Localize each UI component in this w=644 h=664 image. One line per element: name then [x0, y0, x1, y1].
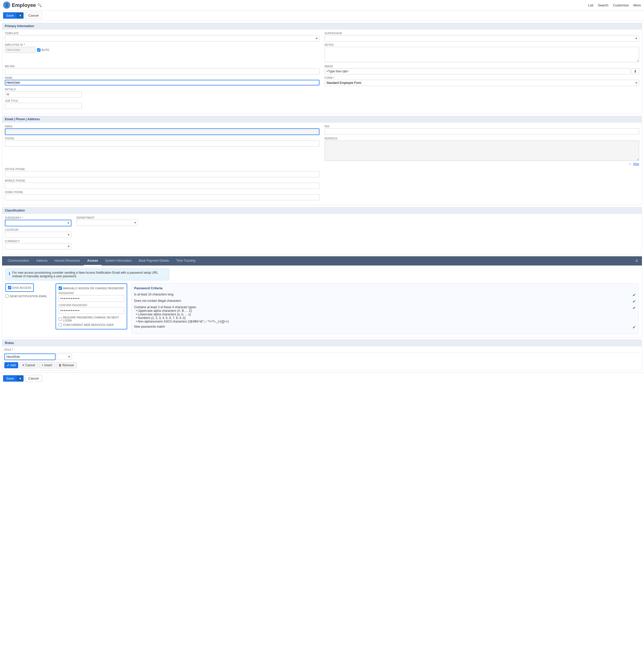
- role-col-header: ROLE: [4, 348, 640, 351]
- bottom-save-button-group[interactable]: Save ▼: [3, 375, 23, 381]
- bottom-cancel-button[interactable]: Cancel: [25, 375, 42, 382]
- remove-role-button[interactable]: 🗑 Remove: [56, 362, 77, 368]
- classification-section: Classification SUBSIDIARY DEPARTMENT LOC…: [2, 207, 642, 254]
- name-last-input[interactable]: [155, 81, 318, 84]
- template-label: TEMPLATE: [5, 32, 319, 35]
- home-phone-input[interactable]: [5, 194, 319, 200]
- template-col: TEMPLATE: [5, 32, 319, 41]
- concurrent-user-label: CONCURRENT WEB SERVICES USER: [59, 323, 124, 326]
- employee-id-input[interactable]: HevoUser: [5, 47, 36, 53]
- jobtitle-col: JOB TITLE: [5, 100, 319, 109]
- nav-list[interactable]: List: [588, 3, 593, 7]
- notes-col: NOTES: [325, 43, 639, 63]
- save-main-button[interactable]: Save: [3, 12, 17, 19]
- mobile-phone-spacer: [325, 179, 639, 189]
- tabs-menu-icon[interactable]: ≡: [633, 256, 640, 265]
- require-password-text: REQUIRE PASSWORD CHANGE ON NEXT LOGIN: [63, 316, 124, 322]
- notes-textarea[interactable]: [325, 47, 639, 62]
- initials-row: INITIALS: [5, 88, 639, 98]
- department-select[interactable]: [77, 220, 138, 226]
- subsidiary-label: SUBSIDIARY: [5, 216, 72, 219]
- tab-communication[interactable]: Communication: [4, 256, 33, 266]
- phone-input[interactable]: [5, 140, 319, 147]
- bottom-save-main-button[interactable]: Save: [3, 375, 17, 381]
- initials-input[interactable]: [5, 91, 82, 98]
- role-dropdown[interactable]: [57, 354, 72, 360]
- mobile-phone-row: MOBILE PHONE: [5, 179, 639, 189]
- primary-section-body: TEMPLATE SUPERVISOR EMPLOYEE ID HevoUser: [2, 29, 642, 113]
- employee-id-label: EMPLOYEE ID: [5, 43, 319, 46]
- criteria-item-3: New passwords match ✔: [134, 325, 636, 330]
- form-select[interactable]: Standard Employee Form: [325, 80, 639, 86]
- map-link[interactable]: Map: [633, 162, 639, 166]
- mobile-phone-input[interactable]: [5, 183, 319, 189]
- give-access-label: GIVE ACCESS: [8, 286, 31, 289]
- top-nav: List Search Customize More: [588, 3, 641, 7]
- office-phone-row: OFFICE PHONE: [5, 168, 639, 177]
- location-select[interactable]: [5, 232, 72, 238]
- remove-role-label: Remove: [62, 364, 74, 367]
- image-input[interactable]: [325, 68, 630, 75]
- email-label: EMAIL: [5, 125, 319, 128]
- cancel-role-button[interactable]: ✕ Cancel: [19, 362, 38, 368]
- access-tab-content: ℹ For new access provisioning consider s…: [2, 266, 642, 337]
- send-notification-checkbox[interactable]: [5, 294, 9, 298]
- office-phone-input[interactable]: [5, 171, 319, 177]
- currency-row: CURRENCY: [5, 240, 639, 249]
- fax-input[interactable]: [325, 128, 639, 134]
- access-grid: GIVE ACCESS SEND NOTIFICATION EMAIL MANU…: [5, 284, 639, 334]
- department-col: DEPARTMENT: [77, 216, 639, 226]
- supervisor-select[interactable]: [325, 35, 639, 41]
- page-title: Employee: [12, 2, 36, 8]
- address-textarea[interactable]: [325, 140, 639, 161]
- nav-customize[interactable]: Customize: [613, 3, 629, 7]
- email-input[interactable]: [5, 128, 319, 135]
- classification-body: SUBSIDIARY DEPARTMENT LOCATION: [2, 214, 642, 254]
- concurrent-user-checkbox[interactable]: [59, 323, 62, 326]
- tab-time-tracking[interactable]: Time Tracking: [173, 256, 199, 266]
- title-search-icon[interactable]: 🔍: [37, 3, 42, 7]
- mrms-label: MR./MS...: [5, 65, 319, 68]
- tab-bank-payment[interactable]: Bank Payment Details: [135, 256, 173, 266]
- form-label: FORM: [325, 77, 639, 79]
- mrms-input[interactable]: [5, 68, 319, 75]
- header-left: 👤 Employee 🔍: [3, 2, 42, 9]
- bottom-save-dropdown-button[interactable]: ▼: [17, 376, 23, 381]
- concurrent-user-text: CONCURRENT WEB SERVICES USER: [63, 323, 114, 326]
- tab-system-information[interactable]: System Information: [102, 256, 135, 266]
- tab-address[interactable]: Address: [33, 256, 51, 266]
- cancel-button[interactable]: Cancel: [25, 12, 42, 19]
- add-role-button[interactable]: ✔ Add: [4, 362, 18, 368]
- require-password-checkbox[interactable]: [59, 317, 62, 321]
- office-phone-spacer: [325, 168, 639, 177]
- subsidiary-select[interactable]: [5, 220, 72, 226]
- template-select[interactable]: [5, 35, 319, 41]
- role-input[interactable]: [4, 353, 56, 360]
- image-dropdown-button[interactable]: ⬇: [631, 68, 639, 75]
- nav-search[interactable]: Search: [598, 3, 608, 7]
- save-dropdown-button[interactable]: ▼: [17, 13, 23, 18]
- tab-human-resources[interactable]: Human Resources: [51, 256, 83, 266]
- home-phone-row: HOME PHONE: [5, 191, 639, 200]
- tab-access[interactable]: Access: [84, 256, 102, 266]
- manually-assign-row: MANUALLY ASSIGN OR CHANGE PASSWORD: [59, 287, 124, 290]
- image-col: IMAGE ⬇: [325, 65, 639, 75]
- password-input[interactable]: [59, 295, 124, 302]
- jobtitle-input[interactable]: [5, 103, 82, 109]
- roles-header: Roles: [2, 340, 642, 346]
- confirm-password-input[interactable]: [59, 307, 124, 314]
- info-banner: ℹ For new access provisioning consider s…: [5, 269, 169, 280]
- email-section-title: Email | Phone | Address: [5, 118, 40, 121]
- insert-role-button[interactable]: + Insert: [39, 362, 55, 368]
- auto-checkbox[interactable]: [37, 48, 40, 52]
- currency-select[interactable]: [5, 243, 72, 249]
- name-mi-input[interactable]: [116, 81, 154, 84]
- save-button-group[interactable]: Save ▼: [3, 12, 23, 19]
- nav-more[interactable]: More: [633, 3, 641, 7]
- criteria-check-0: ✔: [632, 293, 636, 297]
- name-first-input[interactable]: [6, 81, 115, 84]
- insert-role-label: + Insert: [42, 364, 52, 367]
- jobtitle-row: JOB TITLE: [5, 100, 639, 109]
- manually-assign-checkbox[interactable]: [59, 287, 62, 290]
- give-access-checkbox[interactable]: [8, 286, 11, 289]
